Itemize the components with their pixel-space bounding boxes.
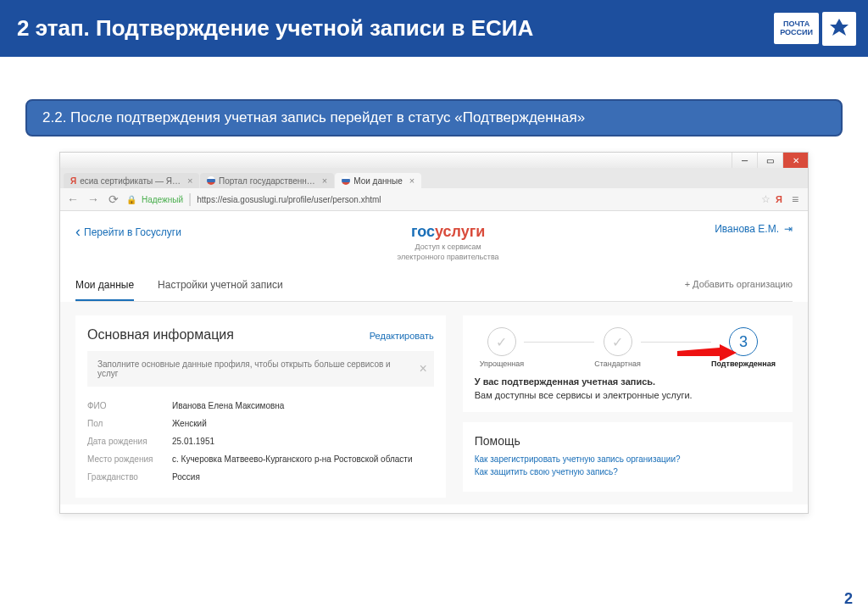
step-standard: ✓ Стандартная xyxy=(594,327,641,368)
slide-header: 2 этап. Подтверждение учетной записи в Е… xyxy=(0,0,868,57)
maximize-button[interactable]: ▭ xyxy=(757,153,782,168)
pochta-logo-text: ПОЧТА РОССИИ xyxy=(774,13,819,45)
svg-marker-0 xyxy=(677,344,737,361)
step-simplified: ✓ Упрощенная xyxy=(480,327,524,368)
menu-icon[interactable]: ≡ xyxy=(787,192,803,206)
minimize-button[interactable]: ─ xyxy=(732,153,757,168)
red-arrow-icon xyxy=(677,344,737,365)
close-icon[interactable]: × xyxy=(322,176,327,186)
page-content: Перейти в Госуслуги госуслуги Доступ к с… xyxy=(60,211,808,513)
back-arrow-icon[interactable]: ← xyxy=(65,192,81,206)
bookmark-icon[interactable]: ☆ xyxy=(761,193,771,205)
lock-icon: 🔒 xyxy=(126,195,136,204)
forward-arrow-icon[interactable]: → xyxy=(86,192,101,206)
close-icon[interactable]: × xyxy=(187,176,192,186)
help-heading: Помощь xyxy=(475,434,781,448)
help-link[interactable]: Как зарегистрировать учетную запись орга… xyxy=(475,454,781,464)
tab-settings[interactable]: Настройки учетной записи xyxy=(158,272,283,301)
field-row: ФИОИванова Елена Максимовна xyxy=(87,397,434,415)
check-icon: ✓ xyxy=(487,327,516,356)
flag-icon xyxy=(207,176,215,185)
url-text[interactable]: https://esia.gosuslugi.ru/profile/user/p… xyxy=(197,195,756,204)
browser-tabs: Я есиа сертификаты — Я… × Портал государ… xyxy=(60,168,808,188)
yandex-icon[interactable]: Я xyxy=(776,194,782,204)
page-number: 2 xyxy=(844,590,853,608)
flag-icon xyxy=(342,176,350,185)
back-to-gosuslugi-link[interactable]: Перейти в Госуслуги xyxy=(75,223,181,241)
window-controls: ─ ▭ ✕ xyxy=(60,153,808,168)
browser-window: ─ ▭ ✕ Я есиа сертификаты — Я… × Портал г… xyxy=(59,152,809,514)
info-banner: Заполните основные данные профиля, чтобы… xyxy=(87,351,434,387)
user-menu[interactable]: Иванова Е.М. ⇥ xyxy=(715,223,793,235)
help-link[interactable]: Как защитить свою учетную запись? xyxy=(475,467,781,476)
status-card: › ✓ Упрощенная ✓ Стандартная xyxy=(463,315,793,412)
field-row: ГражданствоРоссия xyxy=(87,468,434,486)
page-tabs: Мои данные Настройки учетной записи + До… xyxy=(75,272,793,302)
subtitle-box: 2.2. После подтверждения учетная запись … xyxy=(25,99,843,137)
header-logo: ПОЧТА РОССИИ xyxy=(774,12,856,46)
reload-icon[interactable]: ⟳ xyxy=(106,192,121,206)
tab-my-data[interactable]: Мои данные xyxy=(75,272,134,301)
slide-title: 2 этап. Подтверждение учетной записи в Е… xyxy=(17,15,533,41)
eagle-emblem-icon xyxy=(822,12,856,46)
main-info-card: Основная информация Редактировать Заполн… xyxy=(75,315,446,498)
field-row: ПолЖенский xyxy=(87,415,434,432)
help-card: Помощь Как зарегистрировать учетную запи… xyxy=(463,422,793,492)
add-organization-link[interactable]: + Добавить организацию xyxy=(685,272,793,289)
browser-tab[interactable]: Я есиа сертификаты — Я… × xyxy=(64,173,199,188)
close-icon[interactable]: × xyxy=(409,176,415,186)
edit-link[interactable]: Редактировать xyxy=(370,331,434,341)
section-heading: Основная информация xyxy=(87,327,234,343)
close-button[interactable]: ✕ xyxy=(782,153,808,168)
check-icon: ✓ xyxy=(604,327,632,356)
address-bar: ← → ⟳ 🔒 Надежный | https://esia.gosuslug… xyxy=(60,188,808,211)
close-icon[interactable]: × xyxy=(419,361,426,376)
browser-tab[interactable]: Портал государственн… × xyxy=(200,173,334,188)
browser-tab-active[interactable]: Мои данные × xyxy=(335,173,421,188)
secure-label: Надежный xyxy=(142,195,183,204)
gosuslugi-logo: госуслуги Доступ к сервисам электронного… xyxy=(398,223,499,262)
field-row: Дата рождения25.01.1951 xyxy=(87,432,434,450)
logout-icon[interactable]: ⇥ xyxy=(784,223,793,235)
field-row: Место рожденияс. Кучеровка Матвеево-Кург… xyxy=(87,450,434,468)
status-text: У вас подтвержденная учетная запись. Вам… xyxy=(475,376,781,400)
